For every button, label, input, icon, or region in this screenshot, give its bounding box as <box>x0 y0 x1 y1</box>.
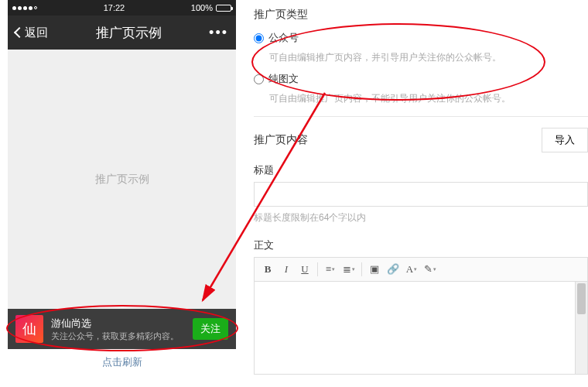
italic-button[interactable]: I <box>278 261 295 278</box>
follow-banner: 仙 游仙尚选 关注公众号，获取更多精彩内容。 关注 <box>8 309 236 349</box>
battery-icon <box>216 5 231 12</box>
nav-title: 推广页示例 <box>96 24 162 42</box>
account-avatar: 仙 <box>15 315 43 343</box>
config-panel: 推广页类型 公众号 可自由编辑推广页内容，并引导用户关注你的公众帐号。 纯图文 … <box>254 8 588 375</box>
chevron-left-icon <box>14 27 25 38</box>
phone-mockup: 17:22 100% 返回 推广页示例 ••• 推广页示例 仙 游仙尚选 关注公… <box>8 0 236 375</box>
banner-text: 游仙尚选 关注公众号，获取更多精彩内容。 <box>51 317 185 342</box>
back-button[interactable]: 返回 <box>15 26 48 40</box>
title-input[interactable] <box>254 182 588 207</box>
radio-input[interactable] <box>254 74 264 84</box>
phone-body: 推广页示例 <box>8 50 236 309</box>
phone-nav-bar: 返回 推广页示例 ••• <box>8 15 236 50</box>
radio-option-official[interactable]: 公众号 <box>254 31 588 45</box>
font-color-button[interactable]: A▾ <box>403 261 420 278</box>
toolbar-separator <box>361 262 362 276</box>
body-label: 正文 <box>254 238 588 252</box>
radio-label: 公众号 <box>268 31 299 45</box>
underline-button[interactable]: U <box>296 261 313 278</box>
import-button[interactable]: 导入 <box>542 128 588 152</box>
ordered-list-button[interactable]: ≡▾ <box>322 261 339 278</box>
bold-button[interactable]: B <box>259 261 276 278</box>
battery-percent: 100% <box>191 3 213 12</box>
body-placeholder: 推广页示例 <box>95 173 149 187</box>
radio-desc: 可自由编辑推广页内容，并引导用户关注你的公众帐号。 <box>269 51 588 64</box>
phone-status-bar: 17:22 100% <box>8 0 236 15</box>
radio-desc: 可自由编辑推广页内容，不能引导用户关注你的公众帐号。 <box>269 92 588 105</box>
account-subtitle: 关注公众号，获取更多精彩内容。 <box>51 330 185 342</box>
radio-option-text[interactable]: 纯图文 <box>254 72 588 86</box>
bg-color-button[interactable]: ✎▾ <box>422 261 439 278</box>
type-section-label: 推广页类型 <box>254 8 588 22</box>
content-header: 推广页内容 导入 <box>254 128 588 152</box>
editor-toolbar: B I U ≡▾ ≣▾ ▣ 🔗 A▾ ✎▾ <box>254 257 588 282</box>
radio-input[interactable] <box>254 33 264 43</box>
divider <box>254 116 588 117</box>
signal-dots-icon <box>12 6 37 10</box>
radio-label: 纯图文 <box>268 72 299 86</box>
account-name: 游仙尚选 <box>51 317 185 330</box>
title-label: 标题 <box>254 163 588 177</box>
refresh-link[interactable]: 点击刷新 <box>8 349 236 375</box>
scrollbar[interactable] <box>575 282 587 374</box>
status-right: 100% <box>191 3 231 12</box>
more-button[interactable]: ••• <box>209 25 228 41</box>
back-label: 返回 <box>25 26 48 40</box>
link-button[interactable]: 🔗 <box>385 261 402 278</box>
type-radio-group: 公众号 可自由编辑推广页内容，并引导用户关注你的公众帐号。 纯图文 可自由编辑推… <box>254 31 588 105</box>
editor-body[interactable] <box>254 282 588 375</box>
status-time: 17:22 <box>104 3 125 12</box>
toolbar-separator <box>317 262 318 276</box>
follow-button[interactable]: 关注 <box>193 318 228 340</box>
image-button[interactable]: ▣ <box>366 261 383 278</box>
title-hint: 标题长度限制在64个字以内 <box>254 211 588 224</box>
unordered-list-button[interactable]: ≣▾ <box>340 261 357 278</box>
content-section-label: 推广页内容 <box>254 133 308 147</box>
scroll-thumb[interactable] <box>577 283 586 314</box>
